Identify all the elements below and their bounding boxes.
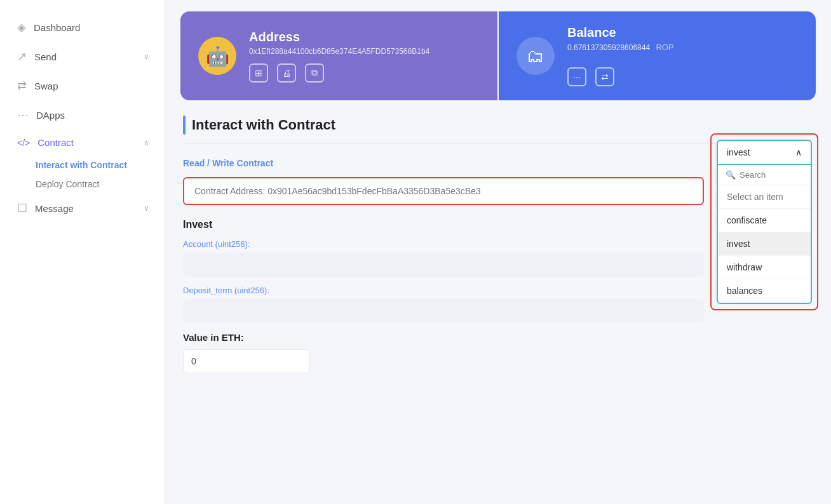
address-card-title: Address	[249, 30, 429, 44]
sidebar-item-message[interactable]: ☐ Message ∨	[0, 194, 165, 223]
top-cards: 🤖 Address 0x1EfI288a44100cb6D85e374E4A5F…	[165, 0, 831, 100]
avatar-icon: 🤖	[206, 45, 229, 67]
contract-submenu: Interact with Contract Deploy Contract	[0, 156, 165, 194]
main-content: 🤖 Address 0x1EfI288a44100cb6D85e374E4A5F…	[165, 0, 831, 504]
balance-card-title: Balance	[567, 25, 674, 40]
value-label: Value in ETH:	[183, 332, 813, 343]
sidebar-label-contract: Contract	[37, 137, 74, 148]
balance-wallet-icon: 🗂	[517, 37, 555, 75]
swap-icon: ⇄	[17, 79, 27, 93]
dropdown-menu: 🔍 Select an item confiscate invest withd…	[717, 165, 812, 304]
sidebar-label-send: Send	[34, 51, 57, 62]
balance-actions: ··· ⇄	[567, 67, 674, 86]
sidebar-label-message: Message	[35, 203, 74, 214]
dropdown-item-invest[interactable]: invest	[718, 232, 811, 256]
function-dropdown[interactable]: invest ∧ 🔍 Select an item confiscate inv…	[717, 140, 812, 304]
title-accent	[183, 116, 186, 135]
value-input[interactable]	[183, 349, 310, 373]
sidebar-sub-deploy[interactable]: Deploy Contract	[36, 175, 165, 194]
dropdown-selected-value: invest	[727, 147, 750, 157]
sidebar-item-send[interactable]: ↗ Send ∨	[0, 42, 165, 71]
sidebar-item-dashboard[interactable]: ◈ Dashboard	[0, 13, 165, 42]
message-chevron-icon: ∨	[144, 204, 149, 213]
sidebar-item-dapps[interactable]: ⋯ DApps	[0, 100, 165, 129]
dropdown-item-select[interactable]: Select an item	[718, 185, 811, 209]
contract-icon: </>	[17, 138, 30, 148]
more-options-icon[interactable]: ···	[567, 67, 586, 86]
address-card-info: Address 0x1EfI288a44100cb6D85e374E4A5FDD…	[249, 30, 429, 83]
dropdown-red-border: invest ∧ 🔍 Select an item confiscate inv…	[710, 133, 818, 310]
address-card: 🤖 Address 0x1EfI288a44100cb6D85e374E4A5F…	[180, 11, 497, 100]
page-content: Interact with Contract Read / Write Cont…	[165, 100, 831, 388]
balance-unit: ROP	[656, 43, 673, 52]
contract-address-input[interactable]	[183, 177, 704, 205]
send-icon: ↗	[17, 50, 27, 63]
ethereum-icon: ◈	[17, 20, 26, 34]
search-icon: 🔍	[726, 170, 736, 180]
print-icon[interactable]: 🖨	[277, 63, 296, 83]
sidebar-sub-interact[interactable]: Interact with Contract	[36, 156, 165, 175]
sidebar-label-swap: Swap	[34, 81, 58, 91]
account-input[interactable]	[183, 253, 704, 277]
dropdown-items: Select an item confiscate invest withdra…	[718, 185, 811, 303]
deposit-input[interactable]	[183, 299, 704, 323]
sidebar-item-swap[interactable]: ⇄ Swap	[0, 71, 165, 100]
dropdown-item-balances[interactable]: balances	[718, 279, 811, 303]
send-chevron-icon: ∨	[144, 52, 149, 61]
dropdown-search-container: 🔍	[718, 165, 811, 185]
sidebar-item-contract[interactable]: </> Contract ∧	[0, 129, 165, 156]
dropdown-trigger[interactable]: invest ∧	[717, 140, 812, 165]
balance-card-info: Balance 0.676137305928606844 ROP ··· ⇄	[567, 25, 674, 86]
contract-chevron-icon: ∧	[144, 138, 149, 147]
avatar: 🤖	[198, 37, 236, 75]
sidebar: ◈ Dashboard ↗ Send ∨ ⇄ Swap ⋯ DApps </> …	[0, 0, 165, 504]
address-value: 0x1EfI288a44100cb6D85e374E4A5FDD573568B1…	[249, 47, 429, 56]
qr-code-icon[interactable]: ⊞	[249, 63, 268, 83]
dropdown-item-confiscate[interactable]: confiscate	[718, 209, 811, 232]
dropdown-search-input[interactable]	[740, 170, 803, 180]
sidebar-label-dashboard: Dashboard	[34, 22, 80, 33]
balance-value: 0.676137305928606844 ROP	[567, 43, 674, 52]
sidebar-label-dapps: DApps	[36, 110, 65, 121]
transfer-icon[interactable]: ⇄	[595, 67, 614, 86]
dapps-icon: ⋯	[17, 108, 29, 122]
address-actions: ⊞ 🖨 ⧉	[249, 63, 429, 83]
message-icon: ☐	[17, 201, 27, 215]
chevron-up-icon: ∧	[795, 147, 802, 157]
balance-card: 🗂 Balance 0.676137305928606844 ROP ··· ⇄	[499, 11, 816, 100]
page-title: Interact with Contract	[192, 117, 335, 133]
copy-icon[interactable]: ⧉	[305, 63, 324, 83]
dropdown-item-withdraw[interactable]: withdraw	[718, 256, 811, 279]
